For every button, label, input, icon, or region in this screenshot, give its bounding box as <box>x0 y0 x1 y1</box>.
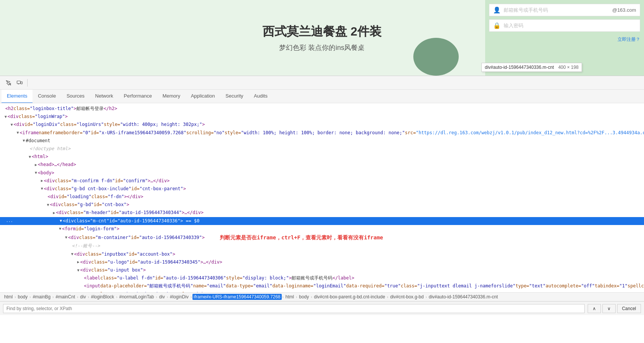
html-line[interactable]: <div class="loginWrap"> <box>0 113 644 121</box>
tooltip-size: 400 × 198 <box>558 65 579 70</box>
annotation-text: 判断元素是否在iframe，ctrl+F，查看元素时，看看有没有iframe <box>220 233 383 242</box>
html-line[interactable]: <form id="login-form"> <box>0 225 644 233</box>
tab-application[interactable]: Application <box>186 90 220 103</box>
breadcrumb-normallogintab[interactable]: #normalLoginTab <box>118 294 155 300</box>
html-line[interactable]: <!--账号--> <box>0 242 644 250</box>
html-line[interactable]: <iframe name frameborder="0" id="x-URS-i… <box>0 129 644 137</box>
tab-network[interactable]: Network <box>90 90 119 103</box>
html-line[interactable]: <div class="u-logo" id="auto-id-15964473… <box>0 258 644 266</box>
html-line[interactable]: <head>…</head> <box>0 161 644 169</box>
device-toolbar-button[interactable] <box>14 78 25 88</box>
elements-panel-content[interactable]: <h2 class="loginbox-title">邮箱帐号登录</h2> <… <box>0 103 644 292</box>
tab-performance[interactable]: Performance <box>118 90 157 103</box>
html-line[interactable]: <div class="u-input box"> <box>0 266 644 274</box>
html-line[interactable]: <div class="g-bd cnt-box-include" id="cn… <box>0 185 644 193</box>
breadcrumb-mainbg[interactable]: #mainBg <box>31 294 51 300</box>
tab-elements[interactable]: Elements <box>2 90 33 103</box>
page-content-area: 西式莫兰迪餐盘 2件装 梦幻色彩 装点你的ins风餐桌 <box>255 16 389 60</box>
html-line[interactable]: <label class="u-label f-dn" id="auto-id-… <box>0 274 644 282</box>
plate-decoration <box>413 38 459 76</box>
lock-icon: 🔒 <box>493 22 501 29</box>
svg-rect-0 <box>17 81 20 84</box>
page-subtitle: 梦幻色彩 装点你的ins风餐桌 <box>262 43 382 52</box>
breadcrumb-body2[interactable]: body <box>298 294 310 300</box>
nav-up-button[interactable]: ∧ <box>588 304 601 313</box>
breadcrumb-body[interactable]: body <box>17 294 29 300</box>
tab-security[interactable]: Security <box>220 90 248 103</box>
html-line[interactable]: <!doctype html> <box>0 145 644 153</box>
breadcrumb-iframe[interactable]: iframe#x-URS-iframe1596447340059.7268 <box>192 294 281 300</box>
html-line[interactable]: <div class="g-bd" id="cnt-box"> <box>0 201 644 209</box>
email-input-row[interactable]: 👤 邮箱账号或手机号码 @163.com <box>489 4 640 16</box>
password-placeholder: 输入密码 <box>504 22 523 29</box>
html-line[interactable]: <div class="m-header" id="auto-id-159644… <box>0 209 644 217</box>
password-input-row[interactable]: 🔒 输入密码 <box>489 19 640 32</box>
register-link[interactable]: 立即注册？ <box>618 36 640 43</box>
breadcrumb-cntboxparent[interactable]: div#cnt-box-parent.g-bd.cnt-include <box>313 294 386 300</box>
toolbar-divider <box>27 79 28 87</box>
html-line[interactable]: <h2 class="loginbox-title">邮箱帐号登录</h2> <box>0 105 644 113</box>
breadcrumb-html2[interactable]: html <box>284 294 295 300</box>
at-domain: @163.com <box>612 7 636 13</box>
nav-down-button[interactable]: ∨ <box>602 304 616 313</box>
inspect-element-button[interactable] <box>3 78 14 88</box>
breadcrumb-cntbox[interactable]: div#cnt-box.g-bd <box>389 294 425 300</box>
breadcrumb-div2[interactable]: div <box>158 294 166 300</box>
html-line[interactable]: <input data-placeholder="邮箱账号或手机号码" name… <box>0 282 644 290</box>
breadcrumb-bar: html › body › #mainBg › #mainCnt › div ›… <box>0 292 644 301</box>
devtools-panel: Elements Console Sources Network Perform… <box>0 76 644 315</box>
devtools-toolbar <box>0 76 644 90</box>
cancel-button[interactable]: Cancel <box>617 304 641 313</box>
selected-element-line[interactable]: ... <div class="m-cnt" id="auto-id-15964… <box>0 217 644 225</box>
html-line[interactable]: <body> <box>0 169 644 177</box>
breadcrumb-mcnt[interactable]: div#auto-id-1596447340336.m-cnt <box>428 294 499 300</box>
html-line[interactable]: <div class="m-confirm f-dn" id="confirm"… <box>0 177 644 185</box>
login-panel: 👤 邮箱账号或手机号码 @163.com 🔒 输入密码 立即注册？ div#au… <box>485 0 644 76</box>
page-preview: 西式莫兰迪餐盘 2件装 梦幻色彩 装点你的ins风餐桌 👤 邮箱账号或手机号码 … <box>0 0 644 76</box>
tab-console[interactable]: Console <box>33 90 61 103</box>
breadcrumb-maincnt[interactable]: #mainCnt <box>54 294 76 300</box>
page-title: 西式莫兰迪餐盘 2件装 <box>262 23 382 40</box>
nav-buttons: ∧ ∨ Cancel <box>588 304 641 313</box>
email-placeholder: 邮箱账号或手机号码 <box>504 7 548 14</box>
user-icon: 👤 <box>493 6 501 14</box>
tab-memory[interactable]: Memory <box>157 90 186 103</box>
tab-audits[interactable]: Audits <box>248 90 273 103</box>
breadcrumb-logindiv[interactable]: #loginDiv <box>169 294 189 300</box>
xpath-search-input[interactable] <box>3 304 585 313</box>
breadcrumb-html[interactable]: html <box>3 294 14 300</box>
html-line[interactable]: <div class="inputbox" id="account-box"> <box>0 250 644 258</box>
html-line[interactable]: <div id="loading" class="f-dn"></div> <box>0 193 644 201</box>
svg-rect-1 <box>21 82 22 84</box>
html-line[interactable]: #document <box>0 137 644 145</box>
html-line[interactable]: <div class="m-container" id="auto-id-159… <box>0 233 644 242</box>
breadcrumb-loginblock[interactable]: #loginBlock <box>90 294 115 300</box>
breadcrumb-div1[interactable]: div <box>79 294 87 300</box>
console-bar: ∧ ∨ Cancel <box>0 301 644 315</box>
html-line[interactable]: <html> <box>0 153 644 161</box>
element-tooltip: div#auto-id-1596447340336.m-cnt 400 × 19… <box>481 63 582 72</box>
devtools-tabs: Elements Console Sources Network Perform… <box>0 90 644 103</box>
tab-sources[interactable]: Sources <box>61 90 90 103</box>
tooltip-selector: div#auto-id-1596447340336.m-cnt <box>485 65 554 70</box>
html-line[interactable]: <div id="loginDiv" class="loginUrs" styl… <box>0 121 644 129</box>
